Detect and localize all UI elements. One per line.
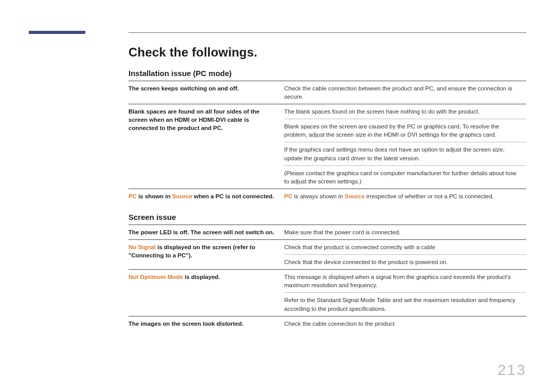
page-heading: Check the followings. <box>128 45 526 60</box>
highlight-text: PC <box>284 193 292 199</box>
issue-cell: No Signal is displayed on the screen (re… <box>128 240 284 270</box>
table-row: Blank spaces are found on all four sides… <box>128 104 526 119</box>
header-rule <box>128 32 526 33</box>
section1-table: The screen keeps switching on and off. C… <box>128 81 526 203</box>
text: is shown in <box>137 193 172 199</box>
issue-cell: The images on the screen look distorted. <box>128 316 284 331</box>
table-row: The screen keeps switching on and off. C… <box>128 81 526 104</box>
issue-cell: The screen keeps switching on and off. <box>128 81 284 104</box>
table-row: The images on the screen look distorted.… <box>128 316 526 331</box>
table-row: PC is shown in Source when a PC is not c… <box>128 189 526 203</box>
solution-cell: Refer to the Standard Signal Mode Table … <box>284 293 526 316</box>
table-row: Not Optimum Mode is displayed. This mess… <box>128 270 526 293</box>
solution-cell: Make sure that the power cord is connect… <box>284 225 526 239</box>
table-row: The power LED is off. The screen will no… <box>128 225 526 239</box>
document-page: Check the followings. Installation issue… <box>0 0 555 392</box>
solution-cell: This message is displayed when a signal … <box>284 270 526 293</box>
solution-cell: Check the cable connection to the produc… <box>284 316 526 331</box>
highlight-text: Source <box>345 193 365 199</box>
section2-table: The power LED is off. The screen will no… <box>128 225 526 331</box>
solution-cell: (Please contact the graphics card or com… <box>284 165 526 189</box>
solution-cell: The blank spaces found on the screen hav… <box>284 104 526 119</box>
page-number: 213 <box>497 361 526 379</box>
highlight-text: No Signal <box>128 244 156 250</box>
section2-title: Screen issue <box>128 213 526 221</box>
highlight-text: Source <box>172 193 192 199</box>
text: irrespective of whether or not a PC is c… <box>365 193 494 199</box>
solution-cell: If the graphics card settings menu does … <box>284 142 526 165</box>
solution-cell: Check that the product is connected corr… <box>284 240 526 255</box>
issue-cell: Not Optimum Mode is displayed. <box>128 270 284 316</box>
solution-cell: PC is always shown in Source irrespectiv… <box>284 189 526 203</box>
table-row: No Signal is displayed on the screen (re… <box>128 240 526 255</box>
header-accent-bar <box>29 31 85 34</box>
solution-cell: Check that the device connected to the p… <box>284 255 526 270</box>
issue-cell: Blank spaces are found on all four sides… <box>128 104 284 189</box>
issue-cell: PC is shown in Source when a PC is not c… <box>128 189 284 203</box>
text: when a PC is not connected. <box>192 193 274 199</box>
content-area: Check the followings. Installation issue… <box>128 45 526 331</box>
solution-cell: Check the cable connection between the p… <box>284 81 526 104</box>
text: is always shown in <box>292 193 345 199</box>
section1-title: Installation issue (PC mode) <box>128 69 526 78</box>
highlight-text: PC <box>128 193 137 199</box>
text: is displayed. <box>183 274 220 280</box>
issue-cell: The power LED is off. The screen will no… <box>128 225 284 239</box>
highlight-text: Not Optimum Mode <box>128 274 183 280</box>
solution-cell: Blank spaces on the screen are caused by… <box>284 119 526 142</box>
